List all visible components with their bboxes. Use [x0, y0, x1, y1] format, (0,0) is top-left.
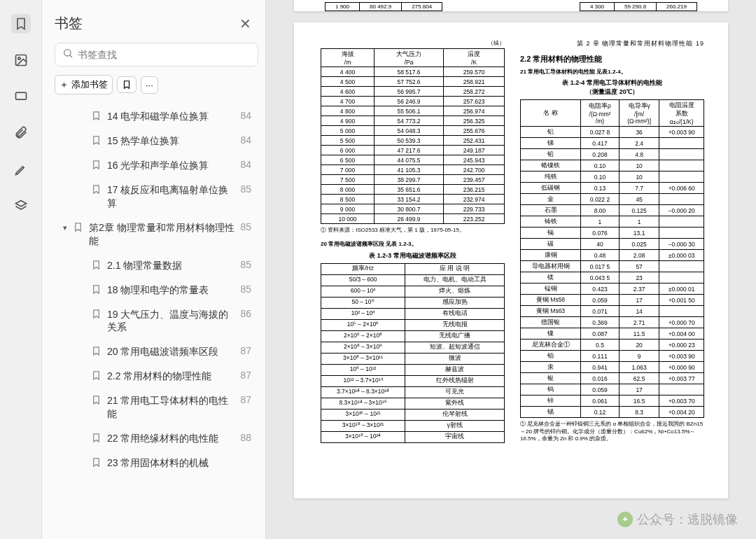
- note-2: ① 尼克林合金是一种锌镍铜三元系的 α 单相组织合金，接近我国的 BZn15～2…: [520, 421, 704, 442]
- table-row: 铬镍铁0.1010: [521, 160, 704, 172]
- table-row: 锡0.128.3+0.004 20: [521, 407, 704, 418]
- table-row: 4 50057 752.6258.921: [321, 77, 505, 87]
- table-row: 10⁵～2×10⁶无线电报: [321, 319, 505, 330]
- table-row: 铂0.1119+0.003 90: [521, 351, 704, 362]
- bookmark-icon: [91, 160, 102, 172]
- bookmark-icon: [91, 346, 102, 358]
- bookmark-view-button[interactable]: [117, 76, 136, 93]
- table-row: 8.3×10¹⁴～3×10¹⁶紫外线: [321, 398, 505, 409]
- attachment-tab-icon[interactable]: [11, 123, 31, 143]
- table-row: 50～10⁶感应加热: [321, 297, 505, 308]
- table-row: 镁0.043 523: [521, 272, 704, 284]
- bookmark-item[interactable]: 20 常用电磁波谱频率区段87: [55, 340, 258, 364]
- table-row: 8 50033 154.2232.974: [321, 195, 505, 204]
- plus-icon: ＋: [59, 78, 69, 91]
- bookmark-item[interactable]: 2.2 常用材料的物理性能87: [55, 364, 258, 388]
- bookmark-icon: [91, 457, 102, 470]
- pen-tab-icon[interactable]: [11, 160, 31, 179]
- bookmark-icon: [91, 309, 102, 321]
- table-row: 铝0.027 836+0.003 90: [521, 127, 704, 138]
- table-row: 3.7×10¹⁴～8.3×10¹⁴可见光: [321, 386, 505, 398]
- table-row: 2×10⁸～3×10⁹短波、超短波通信: [321, 342, 505, 353]
- bookmark-item[interactable]: 16 光学和声学单位换算84: [55, 153, 258, 178]
- bookmark-tab-icon[interactable]: [11, 14, 31, 34]
- table-row: 10 00026 499.9223.252: [321, 214, 505, 224]
- table-row: 碳400.025−0.000 30: [521, 239, 704, 250]
- table-row: 5 50050 539.3252.431: [321, 136, 505, 146]
- table-row: 4 40058 517.6259.570: [321, 67, 505, 77]
- bookmark-item[interactable]: 19 大气压力、温度与海拔的关系86: [55, 302, 258, 340]
- prev-page-fragment: 1 90080 492.9275.804 4 30059 290.8260.21…: [294, 0, 728, 11]
- table-row: 10⁹～10¹²赫兹波: [321, 364, 505, 375]
- bookmark-item[interactable]: 15 热学单位换算84: [55, 129, 258, 153]
- layers-tab-icon[interactable]: [11, 196, 31, 216]
- table-row: 铅0.2084.8: [521, 149, 704, 160]
- bookmark-item[interactable]: 21 常用电工导体材料的电性能87: [55, 388, 258, 426]
- table-row: 5 00054 048.3255.676: [321, 126, 505, 136]
- left-toolbar: [0, 0, 42, 539]
- table-row: 锑0.4172.4: [521, 138, 704, 149]
- table-row: 汞0.9411.063+0.000 90: [521, 362, 704, 373]
- table-row: 4 70056 246.9257.623: [321, 97, 505, 106]
- table-row: 6 50044 075.5245.943: [321, 155, 505, 165]
- bookmark-icon: [91, 111, 102, 123]
- table-row: 600～10⁴焊火、熔炼: [321, 286, 505, 297]
- table-row: 6 00047 217.6249.187: [321, 146, 505, 155]
- bookmark-item[interactable]: 23 常用固体材料的机械: [55, 451, 258, 475]
- bookmark-item[interactable]: 14 电学和磁学单位换算84: [55, 104, 258, 129]
- document-page: （续） 海拔 /m大气压力 /Pa温度 /K4 40058 517.6259.5…: [294, 22, 728, 498]
- table-row: 锌0.06116.5+0.003 70: [521, 396, 704, 407]
- table-row: 2×10⁶～2×10⁸无线电广播: [321, 330, 505, 342]
- bookmark-item[interactable]: 22 常用绝缘材料的电性能88: [55, 426, 258, 451]
- table-row: 德国银0.3692.71+0.000 70: [521, 317, 704, 328]
- table-row: 黄铜 Ms580.05917+0.001 50: [521, 295, 704, 306]
- table-row: 8 00035 651.6236.215: [321, 185, 505, 195]
- bookmark-icon: [91, 135, 102, 148]
- table-row: 康铜0.482.08±0.000 03: [521, 250, 704, 261]
- bookmark-item[interactable]: ▾第2章 物理常量和常用材料物理性能85: [55, 216, 258, 253]
- table-row: 7 50038 299.7239.457: [321, 175, 505, 185]
- bookmark-item[interactable]: 18 物理和电学的常量表85: [55, 278, 258, 302]
- table-row: 石墨8.000.125−0.000 20: [521, 205, 704, 216]
- table-row: 3×10¹⁸～3×10²¹γ射线: [321, 420, 505, 431]
- note-1: ① 资料来源：ISO2533 标准大气，第 1 版，1975-05-15。: [321, 227, 505, 234]
- table-row: 导电器材用铜0.017 557: [521, 261, 704, 272]
- add-bookmark-button[interactable]: ＋添加书签: [55, 75, 113, 94]
- chevron-down-icon[interactable]: ▾: [63, 223, 67, 232]
- table-row: 50/3～600电力、电机、电动工具: [321, 274, 505, 286]
- bookmark-icon: [73, 222, 83, 234]
- table-row: 低碳钢0.137.7+0.006 60: [521, 183, 704, 194]
- table-row: 10¹²～3.7×10¹⁴红外线热辐射: [321, 375, 505, 386]
- table-row: 铸铁11: [521, 216, 704, 227]
- table-row: 银0.01662.5+0.003 77: [521, 373, 704, 384]
- search-icon: [62, 48, 74, 62]
- table-row: 7 00041 105.3242.700: [321, 165, 505, 175]
- sidebar-title: 书签: [55, 14, 83, 33]
- table-row: 9 00030 800.7229.733: [321, 204, 505, 214]
- bookmark-search[interactable]: [55, 43, 258, 66]
- table-row: 镉0.07613.1: [521, 227, 704, 239]
- table-row: 金0.022 245: [521, 194, 704, 205]
- table-row: 4 80055 506.1256.974: [321, 106, 505, 116]
- bookmark-item[interactable]: 2.1 物理常量数据85: [55, 253, 258, 278]
- image-tab-icon[interactable]: [11, 50, 31, 70]
- document-viewport[interactable]: 1 90080 492.9275.804 4 30059 290.8260.21…: [266, 0, 756, 539]
- close-icon[interactable]: ✕: [239, 15, 251, 32]
- watermark: ✦ 公众号：逃脱镜像: [617, 511, 738, 528]
- more-button[interactable]: ···: [141, 76, 158, 94]
- table-row: 3×10⁸～3×10¹¹微波: [321, 353, 505, 364]
- bookmark-item[interactable]: 17 核反应和电离辐射单位换算85: [55, 178, 258, 216]
- table-row: 纯铁0.1010: [521, 172, 704, 183]
- table-altitude: 海拔 /m大气压力 /Pa温度 /K4 40058 517.6259.5704 …: [321, 48, 505, 224]
- comment-tab-icon[interactable]: [11, 87, 31, 106]
- wechat-icon: ✦: [617, 512, 633, 527]
- bookmarks-sidebar: 书签 ✕ ＋添加书签 ··· 14 电学和磁学单位换算8415 热学单位换算84…: [42, 0, 266, 539]
- right-column: 第 2 章 物理常量和常用材料物理性能 19 2.2 常用材料的物理性能 21 …: [520, 39, 704, 482]
- svg-point-3: [64, 50, 71, 56]
- table-row: 3×10¹⁸～10²⁴宇宙线: [321, 431, 505, 442]
- left-column: （续） 海拔 /m大气压力 /Pa温度 /K4 40058 517.6259.5…: [321, 39, 505, 482]
- table-row: 钨0.05917: [521, 384, 704, 396]
- bookmark-icon: [91, 395, 102, 407]
- search-input[interactable]: [78, 49, 251, 60]
- bookmark-icon: [91, 260, 102, 272]
